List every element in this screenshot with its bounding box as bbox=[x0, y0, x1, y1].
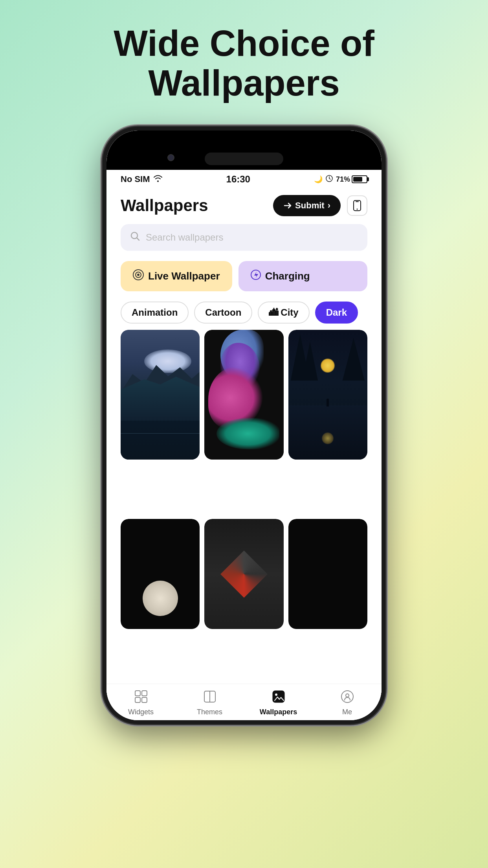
charging-label: Charging bbox=[265, 270, 310, 282]
nav-item-themes[interactable]: Themes bbox=[175, 690, 244, 716]
header-right: Submit › bbox=[273, 195, 367, 216]
camera-dot bbox=[167, 154, 174, 161]
moon-icon: 🌙 bbox=[314, 175, 323, 184]
svg-rect-3 bbox=[356, 201, 359, 202]
phone-screen: No SIM 16:30 🌙 bbox=[106, 131, 382, 720]
filter-tag-cartoon[interactable]: Cartoon bbox=[194, 302, 252, 324]
notch-pill bbox=[205, 153, 283, 165]
search-icon bbox=[130, 231, 140, 244]
live-wallpaper-icon bbox=[132, 269, 144, 283]
svg-point-16 bbox=[275, 693, 277, 696]
page-headline: Wide Choice ofWallpapers bbox=[82, 24, 406, 103]
phone-icon bbox=[352, 200, 362, 211]
battery-fill bbox=[353, 177, 362, 182]
svg-rect-10 bbox=[142, 691, 147, 696]
pill-live-wallpaper[interactable]: Live Wallpaper bbox=[121, 261, 232, 291]
filter-tags: Animation Cartoon 🏙 City Dark bbox=[106, 298, 382, 330]
themes-icon bbox=[203, 690, 217, 706]
phone-shell: No SIM 16:30 🌙 bbox=[103, 127, 385, 724]
battery-bar bbox=[352, 175, 367, 183]
svg-rect-12 bbox=[142, 697, 147, 702]
search-container: Search wallpapers bbox=[106, 220, 382, 255]
category-pills: Live Wallpaper Charging bbox=[106, 255, 382, 298]
dark-tag-label: Dark bbox=[326, 307, 347, 318]
send-icon bbox=[283, 201, 292, 210]
submit-button[interactable]: Submit › bbox=[273, 195, 341, 216]
status-left: No SIM bbox=[121, 174, 163, 184]
nav-item-widgets[interactable]: Widgets bbox=[106, 690, 175, 716]
city-icon: 🏙 bbox=[269, 307, 278, 318]
svg-rect-11 bbox=[135, 697, 140, 702]
wallpaper-item-3[interactable] bbox=[288, 330, 367, 460]
filter-tag-city[interactable]: 🏙 City bbox=[258, 302, 309, 324]
wallpaper-item-4[interactable] bbox=[121, 519, 200, 629]
svg-point-18 bbox=[346, 694, 349, 697]
widgets-nav-label: Widgets bbox=[128, 708, 154, 716]
app-title: Wallpapers bbox=[121, 196, 208, 215]
wallpaper-item-1[interactable] bbox=[121, 330, 200, 460]
status-right: 🌙 71% bbox=[314, 175, 367, 184]
app-header: Wallpapers Submit › bbox=[106, 187, 382, 220]
status-bar: No SIM 16:30 🌙 bbox=[106, 170, 382, 187]
me-nav-label: Me bbox=[342, 708, 352, 716]
wallpaper-item-5[interactable] bbox=[204, 519, 283, 629]
app-content: Wallpapers Submit › bbox=[106, 187, 382, 720]
phone-preview-button[interactable] bbox=[347, 195, 367, 216]
submit-arrow: › bbox=[328, 200, 330, 211]
search-bar[interactable]: Search wallpapers bbox=[121, 224, 367, 251]
battery-indicator: 71% bbox=[336, 175, 367, 184]
me-icon bbox=[340, 690, 354, 706]
filter-tag-dark[interactable]: Dark bbox=[315, 302, 358, 324]
cartoon-tag-label: Cartoon bbox=[205, 307, 241, 318]
notch-area bbox=[106, 131, 382, 170]
svg-point-7 bbox=[137, 274, 139, 276]
charging-icon bbox=[250, 269, 261, 283]
nav-item-me[interactable]: Me bbox=[313, 690, 382, 716]
city-tag-label: City bbox=[281, 307, 298, 318]
location-icon bbox=[326, 175, 333, 184]
wallpaper-item-6[interactable] bbox=[288, 519, 367, 629]
bottom-nav: Widgets Themes bbox=[106, 684, 382, 720]
carrier-text: No SIM bbox=[121, 174, 150, 184]
svg-point-2 bbox=[357, 209, 358, 210]
svg-rect-9 bbox=[135, 691, 140, 696]
animation-tag-label: Animation bbox=[132, 307, 178, 318]
filter-tag-animation[interactable]: Animation bbox=[121, 302, 189, 324]
status-time: 16:30 bbox=[226, 174, 250, 185]
submit-label: Submit bbox=[295, 200, 325, 211]
live-wallpaper-label: Live Wallpaper bbox=[148, 270, 220, 282]
widgets-icon bbox=[134, 690, 148, 706]
battery-percent: 71% bbox=[336, 175, 350, 184]
wallpaper-item-2[interactable] bbox=[204, 330, 283, 460]
wallpapers-nav-label: Wallpapers bbox=[260, 708, 297, 716]
page-wrapper: Wide Choice ofWallpapers No SIM bbox=[0, 0, 488, 868]
wallpaper-grid bbox=[106, 330, 382, 684]
pill-charging[interactable]: Charging bbox=[238, 261, 367, 291]
nav-item-wallpapers[interactable]: Wallpapers bbox=[244, 690, 313, 716]
wifi-signal-icon bbox=[153, 175, 163, 184]
search-placeholder: Search wallpapers bbox=[146, 232, 223, 243]
themes-nav-label: Themes bbox=[197, 708, 222, 716]
wallpapers-icon bbox=[272, 690, 286, 706]
